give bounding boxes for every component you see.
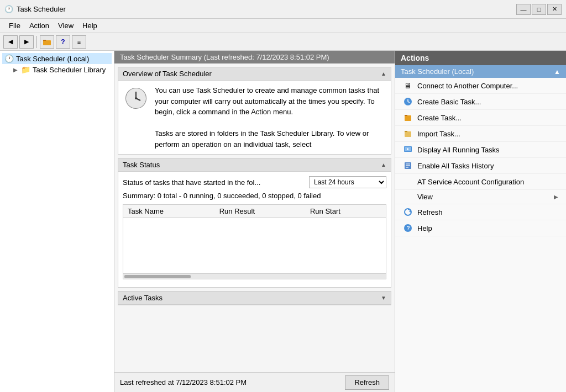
action-connect[interactable]: 🖥 Connect to Another Computer...	[395, 78, 566, 94]
action-enable-history-label: Enable All Tasks History	[417, 162, 558, 170]
svg-rect-1	[43, 40, 46, 41]
title-bar: 🕐 Task Scheduler — □ ✕	[0, 0, 566, 19]
overview-text2: Tasks are stored in folders in the Task …	[155, 128, 386, 150]
import-task-icon	[403, 129, 413, 139]
summary-header: Task Scheduler Summary (Last refreshed: …	[114, 51, 395, 63]
task-status-section: Task Status ▲ Status of tasks that have …	[118, 158, 391, 288]
window-controls: — □ ✕	[516, 4, 562, 15]
create-basic-icon	[403, 97, 413, 107]
bottom-bar: Last refreshed at 7/12/2023 8:51:02 PM R…	[114, 372, 395, 392]
active-tasks-section: Active Tasks ▼	[118, 291, 391, 305]
menu-bar: File Action View Help	[0, 19, 566, 33]
overview-body: You can use Task Scheduler to create and…	[118, 81, 391, 154]
action-import-task[interactable]: Import Task...	[395, 126, 566, 142]
tree-library-label: Task Scheduler Library	[33, 66, 106, 74]
clock-icon: 🕐	[4, 54, 14, 63]
actions-section-title: Task Scheduler (Local)	[401, 67, 474, 76]
back-button[interactable]: ◀	[3, 35, 18, 49]
action-display-running[interactable]: Display All Running Tasks	[395, 142, 566, 158]
active-tasks-header[interactable]: Active Tasks ▼	[118, 292, 391, 305]
task-status-body: Status of tasks that have started in the…	[118, 172, 391, 287]
action-at-service-label: AT Service Account Configuration	[417, 178, 558, 186]
table-scrollbar[interactable]	[123, 273, 386, 279]
folder-button[interactable]	[40, 35, 54, 49]
action-view-label: View	[417, 193, 554, 201]
actions-section-header[interactable]: Task Scheduler (Local) ▲	[395, 65, 566, 78]
overview-section: Overview of Task Scheduler ▲	[118, 67, 391, 155]
col-run-result: Run Result	[215, 205, 306, 218]
action-connect-label: Connect to Another Computer...	[417, 82, 558, 90]
menu-action[interactable]: Action	[25, 20, 54, 31]
overview-title: Overview of Task Scheduler	[123, 70, 212, 78]
action-help[interactable]: ? Help	[395, 220, 566, 236]
empty-table-space	[123, 218, 386, 273]
action-display-running-label: Display All Running Tasks	[417, 146, 558, 154]
tree-item-local[interactable]: 🕐 Task Scheduler (Local)	[2, 53, 112, 64]
close-button[interactable]: ✕	[547, 4, 562, 15]
forward-button[interactable]: ▶	[19, 35, 34, 49]
overview-clock-icon	[123, 85, 149, 112]
task-summary-text: Summary: 0 total - 0 running, 0 succeede…	[123, 192, 386, 200]
menu-help[interactable]: Help	[78, 20, 102, 31]
overview-arrow: ▲	[381, 71, 386, 77]
time-range-select[interactable]: Last 24 hours Last Hour Last 7 Days Last…	[309, 176, 386, 188]
col-task-name: Task Name	[123, 205, 215, 218]
task-status-row: Status of tasks that have started in the…	[123, 176, 386, 188]
svg-point-6	[135, 97, 137, 99]
task-table-container: Task Name Run Result Run Start	[123, 204, 386, 279]
maximize-button[interactable]: □	[532, 4, 546, 15]
menu-view[interactable]: View	[54, 20, 78, 31]
folder-icon: 📁	[21, 65, 30, 74]
svg-rect-11	[405, 115, 407, 116]
extra-button[interactable]: ≡	[72, 35, 86, 49]
refresh-icon	[403, 207, 413, 217]
connect-icon: 🖥	[403, 81, 413, 91]
overview-text-container: You can use Task Scheduler to create and…	[155, 85, 386, 150]
action-view[interactable]: View ▶	[395, 190, 566, 204]
tree-item-library[interactable]: ▶ 📁 Task Scheduler Library	[2, 64, 112, 75]
action-create-task[interactable]: Create Task...	[395, 110, 566, 126]
action-help-label: Help	[417, 224, 558, 232]
center-panel: Task Scheduler Summary (Last refreshed: …	[114, 51, 395, 392]
app-title: Task Scheduler	[17, 5, 66, 13]
at-service-icon	[403, 177, 413, 187]
toolbar: ◀ ▶ ? ≡	[0, 33, 566, 51]
tree-local-label: Task Scheduler (Local)	[16, 55, 89, 63]
actions-panel-title: Actions	[395, 51, 566, 65]
action-at-service[interactable]: AT Service Account Configuration	[395, 174, 566, 190]
task-status-arrow: ▲	[381, 162, 386, 168]
active-tasks-arrow: ▼	[381, 295, 386, 301]
menu-file[interactable]: File	[4, 20, 25, 31]
action-enable-history[interactable]: Enable All Tasks History	[395, 158, 566, 174]
action-create-basic-label: Create Basic Task...	[417, 98, 558, 106]
app-icon: 🕐	[4, 5, 13, 14]
refresh-button[interactable]: Refresh	[345, 375, 389, 390]
action-refresh[interactable]: Refresh	[395, 204, 566, 220]
clock-svg	[125, 87, 147, 109]
task-status-label: Status of tasks that have started in the…	[123, 178, 305, 187]
action-refresh-label: Refresh	[417, 208, 558, 216]
toolbar-separator	[36, 36, 37, 48]
action-create-basic[interactable]: Create Basic Task...	[395, 94, 566, 110]
svg-rect-10	[405, 115, 411, 121]
action-import-label: Import Task...	[417, 130, 558, 138]
active-tasks-title: Active Tasks	[123, 294, 163, 302]
action-create-task-label: Create Task...	[417, 114, 558, 122]
help-toolbar-button[interactable]: ?	[56, 35, 70, 49]
svg-text:?: ?	[407, 225, 410, 231]
overview-text1: You can use Task Scheduler to create and…	[155, 85, 386, 118]
task-status-header[interactable]: Task Status ▲	[118, 158, 391, 172]
minimize-button[interactable]: —	[516, 4, 531, 15]
expand-icon: ▶	[13, 67, 19, 73]
right-panel: Actions Task Scheduler (Local) ▲ 🖥 Conne…	[395, 51, 566, 392]
task-status-title: Task Status	[123, 161, 160, 169]
scrollbar-thumb	[124, 275, 191, 278]
display-running-icon	[403, 145, 413, 155]
task-table: Task Name Run Result Run Start	[123, 205, 386, 218]
left-panel: 🕐 Task Scheduler (Local) ▶ 📁 Task Schedu…	[0, 51, 114, 392]
help-icon: ?	[403, 223, 413, 233]
title-bar-left: 🕐 Task Scheduler	[4, 5, 66, 14]
view-submenu-arrow: ▶	[554, 194, 558, 200]
overview-section-header[interactable]: Overview of Task Scheduler ▲	[118, 67, 391, 81]
svg-rect-13	[405, 131, 407, 132]
